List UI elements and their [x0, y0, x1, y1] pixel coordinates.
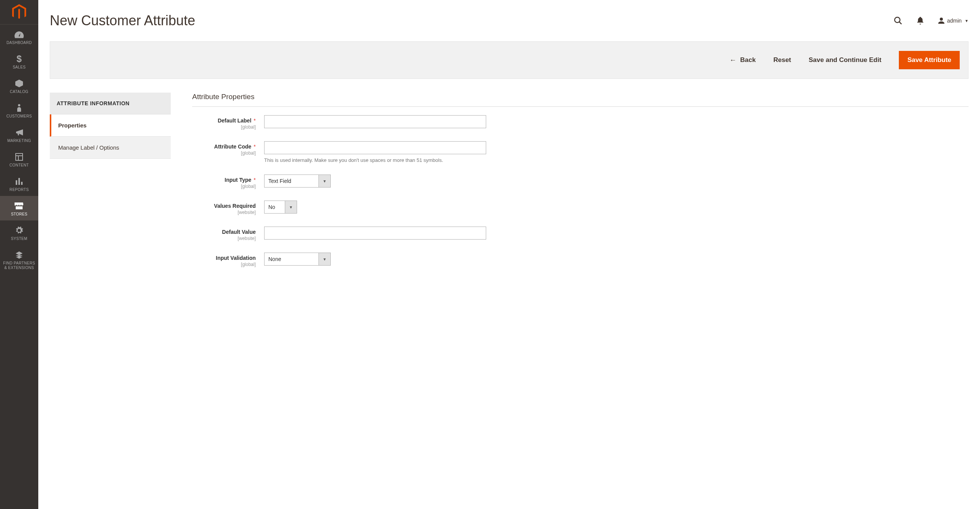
main-content: New Customer Attribute admin ▼ ← Back [38, 0, 980, 509]
tabs-body: Properties Manage Label / Options [50, 114, 171, 159]
content-icon [14, 152, 24, 162]
default-label-input[interactable] [264, 115, 486, 128]
input-validation-select[interactable]: None ▼ [264, 253, 331, 266]
sidebar-item-reports[interactable]: REPORTS [0, 171, 38, 196]
attribute-code-input[interactable] [264, 141, 486, 154]
required-asterisk: * [254, 144, 256, 150]
field-label-text: Default Label [218, 117, 252, 124]
field-label-text: Values Required [214, 203, 256, 209]
sidebar-item-sales[interactable]: $ SALES [0, 49, 38, 73]
header-tools: admin ▼ [893, 16, 969, 25]
user-name: admin [947, 18, 962, 24]
dashboard-icon [14, 30, 24, 39]
svg-line-2 [899, 22, 902, 24]
sidebar-label: DASHBOARD [7, 41, 32, 45]
sidebar-item-content[interactable]: CONTENT [0, 147, 38, 171]
required-asterisk: * [254, 117, 256, 124]
form-panel: Attribute Properties Default Label* [glo… [192, 93, 969, 279]
sidebar-label: SALES [13, 65, 26, 70]
sidebar-item-marketing[interactable]: MARKETING [0, 122, 38, 147]
sidebar-label: FIND PARTNERS& EXTENSIONS [3, 261, 35, 270]
back-button[interactable]: ← Back [730, 56, 756, 64]
reports-icon [14, 177, 24, 186]
sidebar-label: MARKETING [7, 139, 31, 143]
sales-icon: $ [14, 54, 24, 64]
default-value-input[interactable] [264, 227, 486, 240]
scope-hint: [global] [192, 124, 256, 130]
user-icon [938, 17, 945, 24]
sidebar-label: REPORTS [10, 188, 29, 192]
save-attribute-button[interactable]: Save Attribute [899, 51, 960, 69]
content-columns: ATTRIBUTE INFORMATION Properties Manage … [50, 79, 969, 279]
caret-down-icon: ▼ [318, 253, 331, 266]
select-value: Text Field [264, 175, 318, 188]
user-menu[interactable]: admin ▼ [938, 17, 969, 24]
attribute-code-help: This is used internally. Make sure you d… [264, 157, 486, 163]
field-label-text: Default Value [222, 229, 256, 235]
scope-hint: [global] [192, 262, 256, 267]
action-bar: ← Back Reset Save and Continue Edit Save… [50, 41, 969, 79]
tab-manage-label-options[interactable]: Manage Label / Options [50, 137, 171, 159]
svg-text:$: $ [16, 54, 22, 64]
tabs-header: ATTRIBUTE INFORMATION [50, 93, 171, 114]
sidebar-label: STORES [11, 212, 28, 217]
select-value: No [264, 201, 285, 214]
scope-hint: [global] [192, 150, 256, 156]
sidebar-item-partners[interactable]: FIND PARTNERS& EXTENSIONS [0, 245, 38, 274]
sidebar-item-customers[interactable]: CUSTOMERS [0, 98, 38, 122]
field-label-text: Input Type [225, 177, 252, 183]
section-title: Attribute Properties [192, 93, 969, 107]
marketing-icon [14, 128, 24, 137]
values-required-select[interactable]: No ▼ [264, 201, 297, 214]
caret-down-icon: ▼ [965, 19, 969, 23]
caret-down-icon: ▼ [318, 175, 331, 188]
tab-properties[interactable]: Properties [50, 114, 171, 137]
sidebar-nav: DASHBOARD $ SALES CATALOG CUSTOMERS [0, 24, 38, 274]
arrow-left-icon: ← [730, 56, 737, 64]
reset-button[interactable]: Reset [773, 56, 791, 64]
sidebar-label: CUSTOMERS [7, 114, 32, 119]
page-header: New Customer Attribute admin ▼ [50, 0, 969, 41]
scope-hint: [website] [192, 236, 256, 241]
catalog-icon [14, 79, 24, 88]
attribute-tabs: ATTRIBUTE INFORMATION Properties Manage … [50, 93, 171, 279]
sidebar-item-system[interactable]: SYSTEM [0, 220, 38, 245]
sidebar-label: CATALOG [10, 90, 28, 94]
notifications-icon[interactable] [916, 16, 925, 25]
field-default-value: Default Value [website] [192, 227, 969, 241]
sidebar-label: SYSTEM [11, 237, 28, 241]
svg-point-1 [895, 17, 900, 23]
caret-down-icon: ▼ [285, 201, 297, 214]
sidebar-item-dashboard[interactable]: DASHBOARD [0, 24, 38, 49]
sidebar-label: CONTENT [10, 163, 29, 168]
input-type-select[interactable]: Text Field ▼ [264, 175, 331, 188]
select-value: None [264, 253, 318, 266]
magento-logo-icon [12, 4, 26, 20]
field-default-label: Default Label* [global] [192, 115, 969, 130]
magento-logo[interactable] [0, 0, 38, 24]
field-label-text: Input Validation [216, 255, 256, 261]
field-input-type: Input Type* [global] Text Field ▼ [192, 175, 969, 189]
partners-icon [14, 250, 24, 259]
admin-sidebar: DASHBOARD $ SALES CATALOG CUSTOMERS [0, 0, 38, 509]
sidebar-item-stores[interactable]: STORES [0, 196, 38, 220]
system-icon [14, 226, 24, 235]
save-continue-button[interactable]: Save and Continue Edit [809, 56, 882, 64]
field-attribute-code: Attribute Code* [global] This is used in… [192, 141, 969, 163]
scope-hint: [global] [192, 184, 256, 189]
field-input-validation: Input Validation [global] None ▼ [192, 253, 969, 267]
field-values-required: Values Required [website] No ▼ [192, 201, 969, 215]
page-title: New Customer Attribute [50, 13, 195, 29]
field-label-text: Attribute Code [214, 144, 251, 150]
stores-icon [14, 201, 24, 210]
required-asterisk: * [254, 177, 256, 183]
sidebar-item-catalog[interactable]: CATALOG [0, 73, 38, 98]
search-icon[interactable] [893, 16, 903, 25]
customers-icon [14, 103, 24, 113]
scope-hint: [website] [192, 210, 256, 215]
